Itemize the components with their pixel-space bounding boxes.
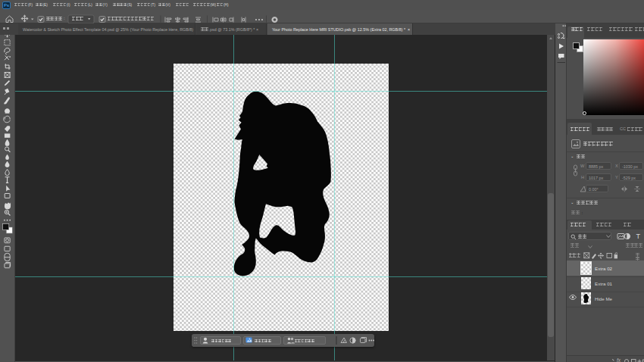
svg-text:T: T: [636, 232, 641, 240]
svg-text:fx: fx: [617, 357, 621, 362]
